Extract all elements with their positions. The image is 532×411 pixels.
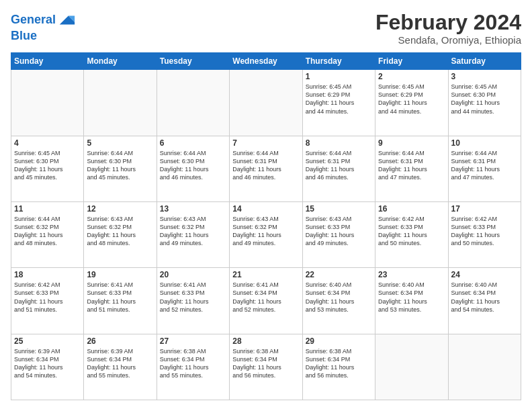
title-block: February 2024 Sendafa, Oromiya, Ethiopia <box>375 11 521 46</box>
calendar-cell: 2Sunrise: 6:45 AM Sunset: 6:29 PM Daylig… <box>375 70 448 136</box>
calendar-cell: 22Sunrise: 6:40 AM Sunset: 6:34 PM Dayli… <box>302 268 375 334</box>
calendar-cell: 16Sunrise: 6:42 AM Sunset: 6:33 PM Dayli… <box>375 201 448 267</box>
day-info: Sunrise: 6:44 AM Sunset: 6:31 PM Dayligh… <box>232 149 299 182</box>
day-number: 23 <box>378 270 445 279</box>
day-info: Sunrise: 6:38 AM Sunset: 6:34 PM Dayligh… <box>160 347 226 380</box>
calendar-cell: 18Sunrise: 6:42 AM Sunset: 6:33 PM Dayli… <box>11 268 84 334</box>
day-info: Sunrise: 6:38 AM Sunset: 6:34 PM Dayligh… <box>306 347 372 380</box>
calendar-cell: 5Sunrise: 6:44 AM Sunset: 6:30 PM Daylig… <box>84 136 157 201</box>
calendar-week-4: 18Sunrise: 6:42 AM Sunset: 6:33 PM Dayli… <box>11 268 521 334</box>
calendar-week-3: 11Sunrise: 6:44 AM Sunset: 6:32 PM Dayli… <box>11 201 521 267</box>
calendar-cell: 12Sunrise: 6:43 AM Sunset: 6:32 PM Dayli… <box>84 201 157 267</box>
day-number: 22 <box>306 270 372 279</box>
day-info: Sunrise: 6:42 AM Sunset: 6:33 PM Dayligh… <box>451 215 518 248</box>
calendar-cell: 24Sunrise: 6:40 AM Sunset: 6:34 PM Dayli… <box>448 268 521 334</box>
day-info: Sunrise: 6:44 AM Sunset: 6:30 PM Dayligh… <box>87 149 153 182</box>
calendar-cell: 3Sunrise: 6:45 AM Sunset: 6:30 PM Daylig… <box>448 70 521 136</box>
day-number: 25 <box>14 336 81 346</box>
calendar-cell: 27Sunrise: 6:38 AM Sunset: 6:34 PM Dayli… <box>157 334 229 400</box>
day-info: Sunrise: 6:38 AM Sunset: 6:34 PM Dayligh… <box>232 347 299 380</box>
day-info: Sunrise: 6:44 AM Sunset: 6:31 PM Dayligh… <box>451 149 518 182</box>
weekday-header-tuesday: Tuesday <box>157 53 229 70</box>
calendar-week-1: 1Sunrise: 6:45 AM Sunset: 6:29 PM Daylig… <box>11 70 521 136</box>
day-number: 4 <box>14 138 81 148</box>
day-number: 17 <box>451 204 518 214</box>
calendar-cell: 23Sunrise: 6:40 AM Sunset: 6:34 PM Dayli… <box>375 268 448 334</box>
calendar-cell <box>230 70 302 136</box>
day-number: 1 <box>306 72 372 81</box>
weekday-header-wednesday: Wednesday <box>230 53 302 70</box>
day-info: Sunrise: 6:41 AM Sunset: 6:34 PM Dayligh… <box>232 281 299 314</box>
day-number: 24 <box>451 270 518 279</box>
calendar-cell <box>11 70 84 136</box>
day-number: 15 <box>306 204 372 214</box>
day-number: 3 <box>451 72 518 81</box>
calendar-cell <box>84 70 157 136</box>
day-number: 6 <box>160 138 226 148</box>
calendar-cell: 28Sunrise: 6:38 AM Sunset: 6:34 PM Dayli… <box>230 334 302 400</box>
main-title: February 2024 <box>375 11 521 34</box>
calendar-cell: 11Sunrise: 6:44 AM Sunset: 6:32 PM Dayli… <box>11 201 84 267</box>
day-info: Sunrise: 6:41 AM Sunset: 6:33 PM Dayligh… <box>160 281 226 314</box>
calendar-cell: 1Sunrise: 6:45 AM Sunset: 6:29 PM Daylig… <box>302 70 375 136</box>
calendar-cell <box>448 334 521 400</box>
calendar-cell: 8Sunrise: 6:44 AM Sunset: 6:31 PM Daylig… <box>302 136 375 201</box>
weekday-header-thursday: Thursday <box>302 53 375 70</box>
day-info: Sunrise: 6:44 AM Sunset: 6:31 PM Dayligh… <box>306 149 372 182</box>
day-info: Sunrise: 6:40 AM Sunset: 6:34 PM Dayligh… <box>378 281 445 314</box>
weekday-header-sunday: Sunday <box>11 53 84 70</box>
day-info: Sunrise: 6:41 AM Sunset: 6:33 PM Dayligh… <box>87 281 153 314</box>
logo-blue-text: Blue <box>11 30 76 43</box>
day-info: Sunrise: 6:43 AM Sunset: 6:33 PM Dayligh… <box>306 215 372 248</box>
day-number: 28 <box>232 336 299 346</box>
day-number: 20 <box>160 270 226 279</box>
day-number: 5 <box>87 138 153 148</box>
day-info: Sunrise: 6:43 AM Sunset: 6:32 PM Dayligh… <box>87 215 153 248</box>
day-info: Sunrise: 6:40 AM Sunset: 6:34 PM Dayligh… <box>451 281 518 314</box>
day-number: 19 <box>87 270 153 279</box>
calendar-cell: 20Sunrise: 6:41 AM Sunset: 6:33 PM Dayli… <box>157 268 229 334</box>
day-info: Sunrise: 6:44 AM Sunset: 6:32 PM Dayligh… <box>14 215 81 248</box>
day-number: 16 <box>378 204 445 214</box>
day-number: 8 <box>306 138 372 148</box>
day-number: 11 <box>14 204 81 214</box>
day-info: Sunrise: 6:42 AM Sunset: 6:33 PM Dayligh… <box>378 215 445 248</box>
day-info: Sunrise: 6:45 AM Sunset: 6:29 PM Dayligh… <box>378 83 445 116</box>
day-info: Sunrise: 6:43 AM Sunset: 6:32 PM Dayligh… <box>160 215 226 248</box>
calendar-cell: 7Sunrise: 6:44 AM Sunset: 6:31 PM Daylig… <box>230 136 302 201</box>
calendar-cell: 21Sunrise: 6:41 AM Sunset: 6:34 PM Dayli… <box>230 268 302 334</box>
day-number: 12 <box>87 204 153 214</box>
calendar-cell: 6Sunrise: 6:44 AM Sunset: 6:30 PM Daylig… <box>157 136 229 201</box>
day-info: Sunrise: 6:45 AM Sunset: 6:30 PM Dayligh… <box>451 83 518 116</box>
day-info: Sunrise: 6:42 AM Sunset: 6:33 PM Dayligh… <box>14 281 81 314</box>
subtitle: Sendafa, Oromiya, Ethiopia <box>375 34 521 46</box>
calendar-cell: 25Sunrise: 6:39 AM Sunset: 6:34 PM Dayli… <box>11 334 84 400</box>
day-number: 2 <box>378 72 445 81</box>
day-number: 26 <box>87 336 153 346</box>
day-number: 21 <box>232 270 299 279</box>
day-info: Sunrise: 6:44 AM Sunset: 6:31 PM Dayligh… <box>378 149 445 182</box>
calendar-cell: 4Sunrise: 6:45 AM Sunset: 6:30 PM Daylig… <box>11 136 84 201</box>
day-info: Sunrise: 6:45 AM Sunset: 6:30 PM Dayligh… <box>14 149 81 182</box>
calendar-cell: 26Sunrise: 6:39 AM Sunset: 6:34 PM Dayli… <box>84 334 157 400</box>
weekday-header-monday: Monday <box>84 53 157 70</box>
calendar-cell: 29Sunrise: 6:38 AM Sunset: 6:34 PM Dayli… <box>302 334 375 400</box>
day-number: 9 <box>378 138 445 148</box>
day-number: 10 <box>451 138 518 148</box>
day-number: 18 <box>14 270 81 279</box>
calendar-cell: 15Sunrise: 6:43 AM Sunset: 6:33 PM Dayli… <box>302 201 375 267</box>
calendar-cell: 13Sunrise: 6:43 AM Sunset: 6:32 PM Dayli… <box>157 201 229 267</box>
weekday-header-friday: Friday <box>375 53 448 70</box>
day-info: Sunrise: 6:44 AM Sunset: 6:30 PM Dayligh… <box>160 149 226 182</box>
day-info: Sunrise: 6:40 AM Sunset: 6:34 PM Dayligh… <box>306 281 372 314</box>
day-number: 13 <box>160 204 226 214</box>
day-info: Sunrise: 6:39 AM Sunset: 6:34 PM Dayligh… <box>14 347 81 380</box>
calendar-table: SundayMondayTuesdayWednesdayThursdayFrid… <box>11 52 521 400</box>
logo-icon <box>57 11 76 30</box>
page: General Blue February 2024 Sendafa, Orom… <box>0 0 532 411</box>
calendar-header-row: SundayMondayTuesdayWednesdayThursdayFrid… <box>11 53 521 70</box>
calendar-cell <box>157 70 229 136</box>
logo: General Blue <box>11 11 76 43</box>
day-number: 7 <box>232 138 299 148</box>
header: General Blue February 2024 Sendafa, Orom… <box>11 11 521 46</box>
